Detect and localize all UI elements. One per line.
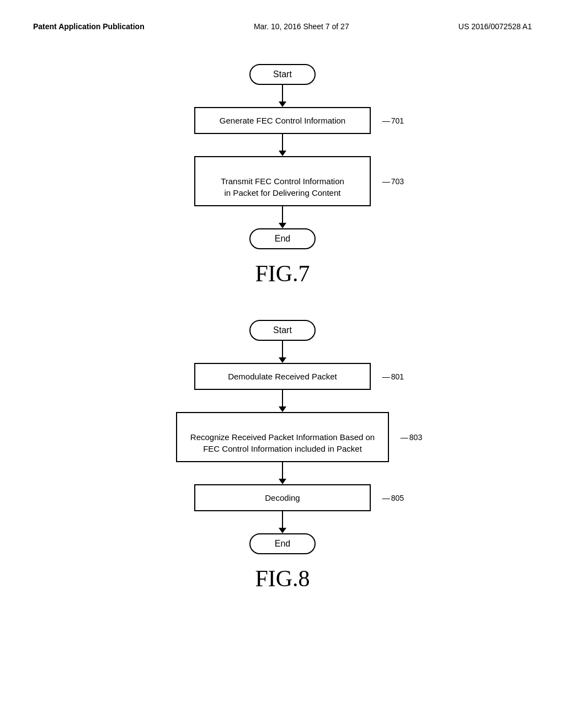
flowchart-fig8: Start Demodulate Received Packet —801 xyxy=(176,320,389,554)
arrow-head xyxy=(279,528,286,533)
arrow-fig8-2 xyxy=(279,390,286,412)
diagrams: Start Generate FEC Control Information —… xyxy=(33,64,532,592)
arrow-line xyxy=(282,341,283,357)
flowchart-fig7: Start Generate FEC Control Information —… xyxy=(194,64,371,249)
step-803-wrapper: Recognize Received Packet Information Ba… xyxy=(176,412,389,462)
ref-701: —701 xyxy=(382,116,404,125)
arrow-head xyxy=(279,151,286,156)
arrow-fig7-2 xyxy=(279,134,286,156)
arrow-fig7-3 xyxy=(279,206,286,228)
ref-805: —805 xyxy=(382,494,404,502)
header-right: US 2016/0072528 A1 xyxy=(459,22,532,31)
step-703: Transmit FEC Control Information in Pack… xyxy=(194,156,371,206)
start-terminal-fig7: Start xyxy=(249,64,316,85)
step-803: Recognize Received Packet Information Ba… xyxy=(176,412,389,462)
start-node-fig8: Start xyxy=(249,320,316,341)
header: Patent Application Publication Mar. 10, … xyxy=(33,22,532,31)
arrow-head xyxy=(279,223,286,228)
step-701: Generate FEC Control Information xyxy=(194,107,371,134)
arrow-line xyxy=(282,462,283,479)
start-terminal-fig8: Start xyxy=(249,320,316,341)
ref-803: —803 xyxy=(401,433,422,442)
step-805: Decoding xyxy=(194,484,371,511)
step-805-wrapper: Decoding —805 xyxy=(194,484,371,511)
header-left: Patent Application Publication xyxy=(33,22,145,31)
fig8-label: FIG.8 xyxy=(255,565,310,592)
fig7-label: FIG.7 xyxy=(255,260,310,287)
diagram-fig8: Start Demodulate Received Packet —801 xyxy=(176,320,389,592)
step-801: Demodulate Received Packet xyxy=(194,363,371,390)
end-terminal-fig8: End xyxy=(249,533,316,554)
arrow-line xyxy=(282,206,283,223)
step-801-wrapper: Demodulate Received Packet —801 xyxy=(194,363,371,390)
step-703-wrapper: Transmit FEC Control Information in Pack… xyxy=(194,156,371,206)
arrow-fig8-1 xyxy=(279,341,286,363)
arrow-fig8-3 xyxy=(279,462,286,484)
arrow-fig8-4 xyxy=(279,511,286,533)
start-node-fig7: Start xyxy=(249,64,316,85)
step-701-wrapper: Generate FEC Control Information —701 xyxy=(194,107,371,134)
diagram-fig7: Start Generate FEC Control Information —… xyxy=(194,64,371,287)
page: Patent Application Publication Mar. 10, … xyxy=(0,0,565,728)
arrow-head xyxy=(279,479,286,484)
arrow-fig7-1 xyxy=(279,85,286,107)
end-node-fig7: End xyxy=(249,228,316,249)
arrow-line xyxy=(282,85,283,101)
ref-801: —801 xyxy=(382,372,404,381)
arrow-line xyxy=(282,511,283,528)
arrow-head xyxy=(279,357,286,363)
arrow-line xyxy=(282,390,283,406)
end-terminal-fig7: End xyxy=(249,228,316,249)
arrow-head xyxy=(279,406,286,412)
arrow-head xyxy=(279,101,286,107)
arrow-line xyxy=(282,134,283,151)
header-center: Mar. 10, 2016 Sheet 7 of 27 xyxy=(254,22,349,31)
end-node-fig8: End xyxy=(249,533,316,554)
ref-703: —703 xyxy=(382,177,404,186)
